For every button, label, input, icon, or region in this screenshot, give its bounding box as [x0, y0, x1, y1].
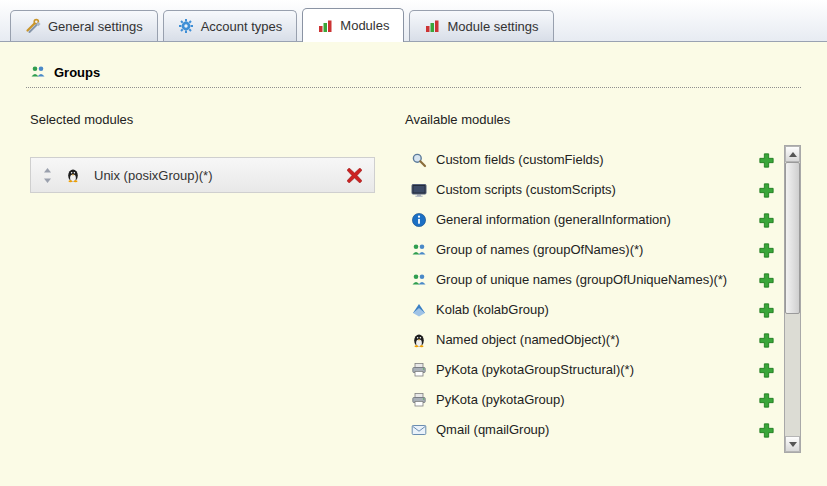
tools-icon	[25, 18, 41, 34]
available-modules-scrollbar[interactable]	[784, 145, 801, 453]
mail-icon	[411, 422, 427, 438]
available-module-row: Named object (namedObject)(*)	[405, 325, 784, 355]
remove-module-button[interactable]	[347, 168, 362, 183]
selected-modules-column: Selected modules Unix (posixGroup)(*)	[30, 112, 380, 453]
selected-module-label: Unix (posixGroup)(*)	[94, 168, 212, 183]
section-title-text: Groups	[54, 65, 100, 80]
available-modules-heading: Available modules	[405, 112, 801, 127]
add-module-button[interactable]	[759, 423, 774, 438]
modules-icon	[317, 18, 333, 34]
module-label: Custom fields (customFields)	[436, 152, 728, 168]
selected-modules-heading: Selected modules	[30, 112, 380, 127]
tab-label: General settings	[48, 19, 143, 34]
scrollbar-thumb[interactable]	[785, 162, 800, 314]
tux-icon	[411, 332, 427, 348]
module-label: Group of names (groupOfNames)(*)	[436, 242, 728, 258]
tab-account-types[interactable]: Account types	[163, 10, 298, 41]
add-module-button[interactable]	[759, 363, 774, 378]
available-module-row: Group of names (groupOfNames)(*)	[405, 235, 784, 265]
section-title-groups: Groups	[30, 64, 827, 80]
available-modules-column: Available modules Custom fields (customF…	[405, 112, 801, 453]
available-module-row: Kolab (kolabGroup)	[405, 295, 784, 325]
printer-icon	[411, 362, 427, 378]
tab-module-settings[interactable]: Module settings	[409, 10, 553, 41]
available-module-row: PyKota (pykotaGroup)	[405, 385, 784, 415]
group-icon	[411, 272, 427, 288]
add-module-button[interactable]	[759, 153, 774, 168]
arrow-up-icon	[789, 152, 797, 157]
available-module-row: General information (generalInformation)	[405, 205, 784, 235]
tab-general-settings[interactable]: General settings	[10, 10, 158, 41]
magnifier-icon	[411, 152, 427, 168]
arrow-down-icon	[789, 442, 797, 447]
printer-icon	[411, 392, 427, 408]
available-module-row: Custom fields (customFields)	[405, 145, 784, 175]
tab-label: Module settings	[447, 19, 538, 34]
scrollbar-up-button[interactable]	[785, 146, 800, 162]
module-label: Custom scripts (customScripts)	[436, 182, 728, 198]
group-icon	[411, 242, 427, 258]
module-label: Qmail (qmailGroup)	[436, 422, 728, 438]
tab-label: Modules	[340, 18, 389, 33]
add-module-button[interactable]	[759, 393, 774, 408]
scrollbar-down-button[interactable]	[785, 436, 800, 452]
kolab-icon	[411, 302, 427, 318]
gear-icon	[178, 18, 194, 34]
module-label: Group of unique names (groupOfUniqueName…	[436, 272, 728, 288]
add-module-button[interactable]	[759, 183, 774, 198]
add-module-button[interactable]	[759, 243, 774, 258]
modules-panel: Groups Selected modules Unix (posixGroup…	[0, 42, 827, 453]
available-modules-list: Custom fields (customFields) Custom scri…	[405, 145, 784, 453]
scrollbar-track[interactable]	[785, 162, 800, 436]
module-settings-icon	[424, 18, 440, 34]
available-module-row: Custom scripts (customScripts)	[405, 175, 784, 205]
add-module-button[interactable]	[759, 333, 774, 348]
info-icon	[411, 212, 427, 228]
available-module-row: Qmail (qmailGroup)	[405, 415, 784, 445]
screen-icon	[411, 182, 427, 198]
available-module-row: Group of unique names (groupOfUniqueName…	[405, 265, 784, 295]
available-module-row: PyKota (pykotaGroupStructural)(*)	[405, 355, 784, 385]
add-module-button[interactable]	[759, 273, 774, 288]
add-module-button[interactable]	[759, 213, 774, 228]
tab-label: Account types	[201, 19, 283, 34]
groups-icon	[30, 64, 46, 80]
module-label: Kolab (kolabGroup)	[436, 302, 728, 318]
add-module-button[interactable]	[759, 303, 774, 318]
module-label: Named object (namedObject)(*)	[436, 332, 728, 348]
module-label: General information (generalInformation)	[436, 212, 728, 228]
drag-handle-icon[interactable]	[43, 168, 52, 183]
module-label: PyKota (pykotaGroupStructural)(*)	[436, 362, 728, 378]
selected-module-row-unix[interactable]: Unix (posixGroup)(*)	[30, 157, 375, 193]
tab-modules[interactable]: Modules	[302, 8, 404, 42]
module-label: PyKota (pykotaGroup)	[436, 392, 728, 408]
tab-bar: General settings Account types Modules M…	[0, 0, 827, 42]
tux-icon	[65, 167, 81, 183]
